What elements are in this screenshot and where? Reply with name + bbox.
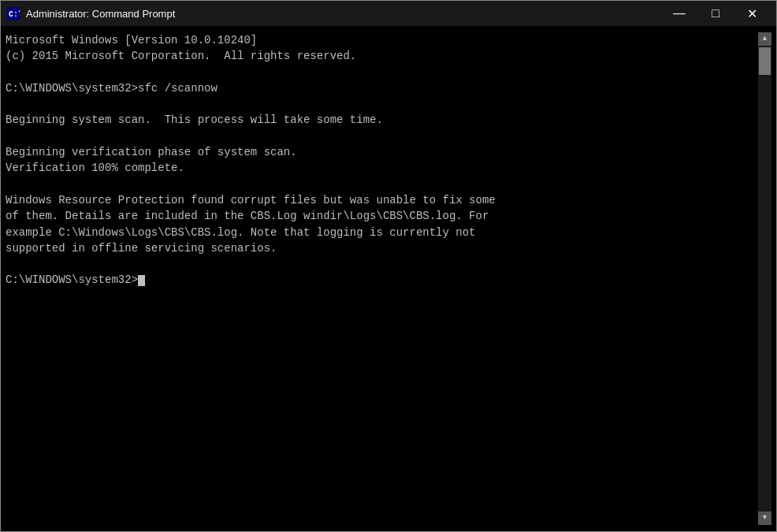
terminal-line: (c) 2015 Microsoft Corporation. All righ… bbox=[6, 48, 758, 64]
close-button[interactable]: ✕ bbox=[734, 1, 770, 26]
terminal-line: of them. Details are included in the CBS… bbox=[6, 208, 758, 224]
terminal-line bbox=[6, 256, 758, 272]
scroll-up-arrow[interactable]: ▲ bbox=[758, 32, 771, 46]
terminal-line: Beginning verification phase of system s… bbox=[6, 144, 758, 160]
svg-text:C:\: C:\ bbox=[9, 10, 20, 19]
terminal-line bbox=[6, 65, 758, 80]
terminal-body[interactable]: Microsoft Windows [Version 10.0.10240](c… bbox=[1, 26, 776, 531]
cursor bbox=[138, 275, 145, 286]
window-title: Administrator: Command Prompt bbox=[26, 8, 175, 20]
minimize-button[interactable]: — bbox=[661, 1, 697, 26]
terminal-line bbox=[6, 177, 758, 192]
scrollbar[interactable]: ▲ ▼ bbox=[758, 32, 771, 525]
terminal-line: Windows Resource Protection found corrup… bbox=[6, 192, 758, 208]
terminal-line: Beginning system scan. This process will… bbox=[6, 112, 758, 128]
title-bar-left: C:\ Administrator: Command Prompt bbox=[7, 7, 175, 20]
terminal-content: Microsoft Windows [Version 10.0.10240](c… bbox=[6, 32, 758, 525]
scroll-down-arrow[interactable]: ▼ bbox=[758, 512, 771, 525]
terminal-line bbox=[6, 128, 758, 144]
terminal-line: Microsoft Windows [Version 10.0.10240] bbox=[6, 32, 758, 48]
terminal-line: Verification 100% complete. bbox=[6, 160, 758, 176]
terminal-line: example C:\Windows\Logs\CBS\CBS.log. Not… bbox=[6, 225, 758, 240]
scrollbar-track[interactable] bbox=[758, 46, 771, 512]
maximize-button[interactable]: □ bbox=[697, 1, 734, 26]
command-prompt-window: C:\ Administrator: Command Prompt — □ ✕ … bbox=[0, 0, 777, 532]
terminal-line: supported in offline servicing scenarios… bbox=[6, 240, 758, 256]
title-bar: C:\ Administrator: Command Prompt — □ ✕ bbox=[1, 1, 776, 26]
terminal-line bbox=[6, 96, 758, 112]
scrollbar-thumb[interactable] bbox=[759, 47, 771, 75]
terminal-line: C:\WINDOWS\system32>sfc /scannow bbox=[6, 80, 758, 96]
window-controls: — □ ✕ bbox=[661, 1, 770, 26]
terminal-line: C:\WINDOWS\system32> bbox=[6, 272, 758, 288]
cmd-icon: C:\ bbox=[7, 7, 20, 20]
